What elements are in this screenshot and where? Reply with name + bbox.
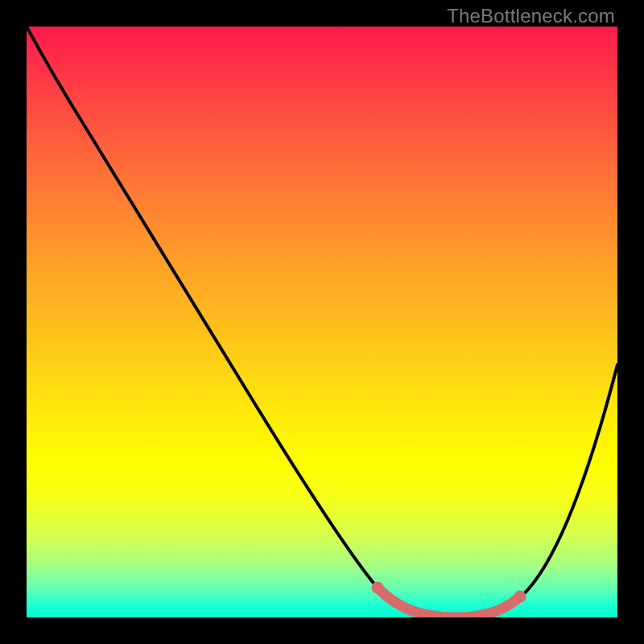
chart-frame: TheBottleneck.com — [0, 0, 644, 644]
highlight-dot-left — [372, 582, 384, 594]
bottleneck-curve-line — [27, 27, 617, 617]
chart-plot-area — [27, 27, 617, 617]
chart-svg — [27, 27, 617, 617]
highlight-segment — [378, 588, 520, 617]
highlight-dot-right — [514, 591, 526, 603]
watermark-text: TheBottleneck.com — [447, 5, 615, 27]
